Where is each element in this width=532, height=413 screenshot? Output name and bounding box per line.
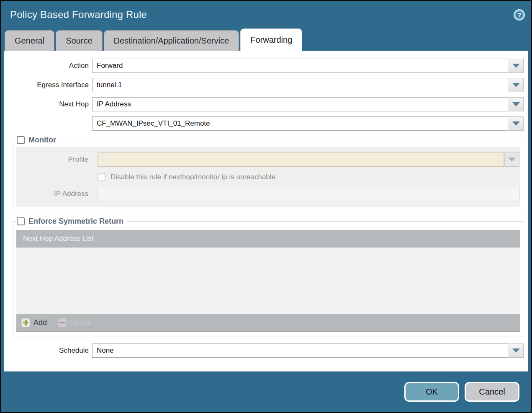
- cancel-button[interactable]: Cancel: [465, 382, 519, 402]
- next-hop-address-select[interactable]: CF_MWAN_IPsec_VTI_01_Remote: [92, 116, 508, 131]
- table-body: [16, 248, 520, 314]
- action-select[interactable]: Forward: [92, 59, 508, 73]
- symmetric-return-legend-label: Enforce Symmetric Return: [28, 217, 123, 226]
- schedule-select[interactable]: None: [92, 343, 508, 358]
- monitor-ip-address-label: IP Address: [16, 190, 88, 198]
- tab-bar: General Source Destination/Application/S…: [1, 28, 531, 51]
- egress-interface-row: Egress Interface tunnel.1: [4, 78, 528, 92]
- chevron-down-icon: [512, 83, 520, 87]
- profile-label: Profile: [16, 155, 88, 164]
- chevron-down-icon: [508, 157, 516, 162]
- add-button[interactable]: Add: [21, 318, 47, 327]
- next-hop-address-table: Next Hop Address List Add Delete: [16, 230, 520, 332]
- tab-source[interactable]: Source: [56, 30, 102, 51]
- profile-row: Profile: [16, 152, 520, 167]
- monitor-fieldset: Monitor Profile Disable this rule if nex…: [13, 136, 523, 211]
- action-label: Action: [4, 62, 89, 70]
- egress-interface-label: Egress Interface: [4, 81, 89, 89]
- next-hop-address-dropdown-button[interactable]: [509, 116, 524, 131]
- schedule-dropdown-button[interactable]: [509, 343, 524, 358]
- monitor-ip-address-row: IP Address: [16, 187, 520, 201]
- action-dropdown-button[interactable]: [509, 59, 524, 73]
- add-button-label: Add: [33, 318, 47, 327]
- monitor-legend: Monitor: [16, 136, 59, 145]
- next-hop-row: Next Hop IP Address: [4, 97, 528, 111]
- tab-general[interactable]: General: [5, 30, 54, 51]
- monitor-legend-label: Monitor: [28, 136, 56, 145]
- next-hop-type-select[interactable]: IP Address: [92, 97, 508, 111]
- next-hop-dropdown-button[interactable]: [509, 97, 524, 111]
- next-hop-address-row: CF_MWAN_IPsec_VTI_01_Remote: [4, 116, 528, 131]
- action-row: Action Forward: [4, 59, 528, 73]
- dialog-footer: OK Cancel: [1, 372, 531, 412]
- ok-button[interactable]: OK: [404, 382, 459, 402]
- chevron-down-icon: [512, 348, 520, 353]
- monitor-checkbox[interactable]: [17, 136, 25, 144]
- chevron-down-icon: [512, 102, 520, 106]
- disable-rule-checkbox: [98, 173, 105, 181]
- table-footer: Add Delete: [16, 314, 520, 332]
- symmetric-return-legend: Enforce Symmetric Return: [16, 217, 127, 226]
- next-hop-label: Next Hop: [4, 100, 89, 108]
- symmetric-return-fieldset: Enforce Symmetric Return Next Hop Addres…: [13, 217, 523, 336]
- chevron-down-icon: [512, 121, 520, 126]
- profile-select: [98, 152, 504, 167]
- profile-dropdown-button: [504, 152, 519, 167]
- egress-interface-select[interactable]: tunnel.1: [92, 78, 508, 92]
- disable-rule-row: Disable this rule if nexthop/monitor ip …: [98, 173, 520, 181]
- schedule-label: Schedule: [4, 346, 89, 355]
- tab-destination-application-service[interactable]: Destination/Application/Service: [104, 30, 239, 51]
- help-icon[interactable]: ?: [514, 9, 525, 21]
- schedule-row: Schedule None: [4, 343, 528, 358]
- disable-rule-label: Disable this rule if nexthop/monitor ip …: [111, 173, 275, 181]
- plus-icon: [21, 318, 30, 327]
- dialog-title: Policy Based Forwarding Rule: [10, 9, 147, 21]
- monitor-body: Profile Disable this rule if nexthop/mon…: [16, 147, 520, 207]
- symmetric-return-checkbox[interactable]: [17, 217, 25, 225]
- table-header-label: Next Hop Address List: [23, 235, 93, 243]
- tab-forwarding[interactable]: Forwarding: [240, 28, 302, 51]
- pbf-rule-dialog: Policy Based Forwarding Rule ? General S…: [0, 0, 532, 413]
- title-bar: Policy Based Forwarding Rule ?: [1, 1, 531, 28]
- delete-button: Delete: [58, 318, 92, 327]
- chevron-down-icon: [512, 64, 520, 68]
- table-header: Next Hop Address List: [16, 230, 520, 248]
- monitor-ip-address-input: [98, 187, 519, 201]
- delete-button-label: Delete: [70, 318, 92, 327]
- egress-interface-dropdown-button[interactable]: [509, 78, 524, 92]
- minus-icon: [58, 318, 67, 327]
- forwarding-tab-panel: Action Forward Egress Interface tunnel.1…: [4, 51, 528, 372]
